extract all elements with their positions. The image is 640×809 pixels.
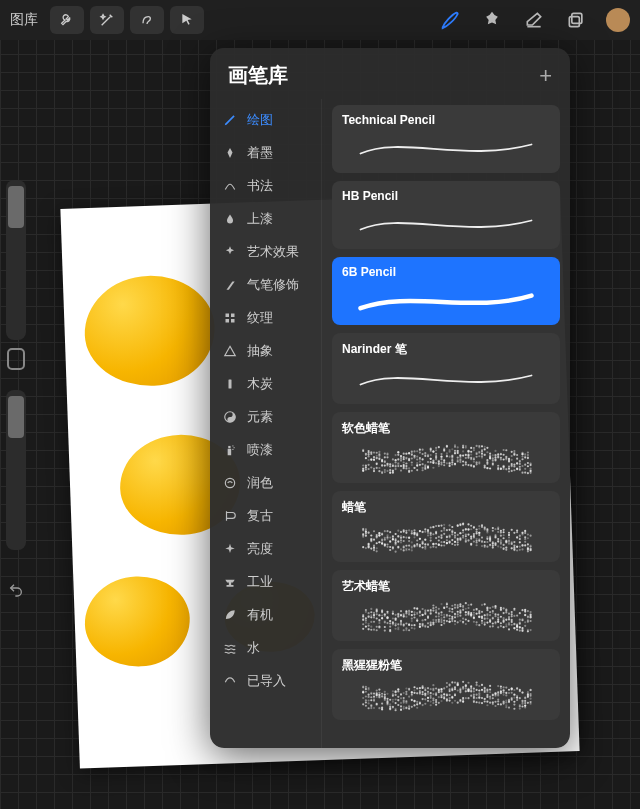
touchup-icon [222, 476, 238, 490]
category-item-triangle[interactable]: 抽象 [210, 334, 321, 367]
svg-point-621 [424, 539, 426, 541]
svg-point-1085 [435, 616, 437, 618]
brush-card[interactable]: 蜡笔 [332, 491, 560, 562]
svg-point-75 [384, 471, 386, 473]
svg-point-169 [422, 469, 424, 471]
undo-button[interactable] [6, 570, 26, 610]
svg-point-489 [373, 547, 375, 549]
svg-point-141 [411, 464, 413, 466]
color-picker-button[interactable] [606, 8, 630, 32]
svg-point-1266 [503, 620, 505, 622]
svg-point-892 [530, 548, 532, 550]
svg-point-1141 [457, 621, 459, 623]
svg-point-919 [370, 608, 372, 610]
category-item-spray[interactable]: 喷漆 [210, 433, 321, 466]
modifier-button[interactable] [7, 348, 25, 370]
svg-point-802 [494, 528, 496, 530]
category-item-yinyang[interactable]: 元素 [210, 400, 321, 433]
category-item-waves[interactable]: 水 [210, 631, 321, 664]
brush-card[interactable]: Narinder 笔 [332, 333, 560, 404]
category-item-leaf[interactable]: 有机 [210, 598, 321, 631]
category-item-anvil[interactable]: 工业 [210, 565, 321, 598]
svg-point-1363 [370, 704, 372, 706]
svg-point-633 [430, 539, 432, 541]
svg-point-394 [508, 468, 510, 470]
svg-point-954 [384, 629, 386, 631]
svg-point-775 [484, 541, 486, 543]
svg-point-1508 [427, 687, 429, 689]
category-item-charcoal[interactable]: 木炭 [210, 367, 321, 400]
brush-card[interactable]: 软色蜡笔 [332, 412, 560, 483]
svg-point-1031 [413, 628, 415, 630]
eraser-tool-button[interactable] [516, 2, 552, 38]
svg-point-383 [503, 466, 505, 468]
brush-card[interactable]: 6B Pencil [332, 257, 560, 325]
smudge-tool-button[interactable] [474, 2, 510, 38]
svg-point-803 [494, 534, 496, 536]
svg-point-171 [422, 458, 424, 460]
svg-point-205 [435, 453, 437, 455]
opacity-slider[interactable] [6, 390, 26, 550]
category-item-import[interactable]: 已导入 [210, 664, 321, 697]
category-item-airbrush[interactable]: 气笔修饰 [210, 268, 321, 301]
svg-point-1052 [422, 625, 424, 627]
category-item-drop[interactable]: 上漆 [210, 202, 321, 235]
svg-point-1642 [478, 685, 480, 687]
svg-point-1714 [505, 700, 507, 702]
gallery-button[interactable]: 图库 [10, 11, 44, 29]
svg-point-130 [405, 458, 407, 460]
brush-card[interactable]: 黑猩猩粉笔 [332, 649, 560, 720]
svg-point-89 [389, 465, 391, 467]
svg-point-377 [500, 468, 502, 470]
category-item-sparkle[interactable]: 亮度 [210, 532, 321, 565]
svg-point-277 [462, 445, 464, 447]
svg-point-1426 [395, 691, 397, 693]
category-item-texture[interactable]: 纹理 [210, 301, 321, 334]
category-item-pencil[interactable]: 绘图 [210, 103, 321, 136]
category-item-retro[interactable]: 复古 [210, 499, 321, 532]
svg-point-1501 [424, 698, 426, 700]
svg-point-1378 [376, 694, 378, 696]
brush-card[interactable]: Technical Pencil [332, 105, 560, 173]
brush-library-popover: 画笔库 + 绘图着墨书法上漆艺术效果气笔修饰纹理抽象木炭元素喷漆润色复古亮度工业… [210, 48, 570, 748]
svg-point-740 [470, 538, 472, 540]
brush-preview [342, 520, 550, 556]
brush-card[interactable]: HB Pencil [332, 181, 560, 249]
svg-point-45 [373, 470, 375, 472]
category-label: 元素 [247, 408, 273, 426]
brush-tool-button[interactable] [432, 2, 468, 38]
svg-point-1168 [465, 618, 467, 620]
svg-point-1433 [397, 690, 399, 692]
wrench-button[interactable] [50, 6, 84, 34]
svg-point-1529 [435, 704, 437, 706]
category-item-touchup[interactable]: 润色 [210, 466, 321, 499]
brush-card[interactable]: 艺术蜡笔 [332, 570, 560, 641]
brush-size-slider[interactable] [6, 180, 26, 340]
svg-point-1509 [427, 697, 429, 699]
layers-button[interactable] [558, 2, 594, 38]
brush-preview [342, 441, 550, 477]
selection-button[interactable] [130, 6, 164, 34]
svg-point-527 [389, 531, 391, 533]
svg-point-1252 [497, 613, 499, 615]
category-item-wand[interactable]: 艺术效果 [210, 235, 321, 268]
magic-wand-button[interactable] [90, 6, 124, 34]
svg-point-1055 [422, 614, 424, 616]
svg-point-408 [513, 450, 515, 452]
svg-point-1107 [443, 619, 445, 621]
svg-point-727 [465, 533, 467, 535]
svg-point-127 [405, 467, 407, 469]
svg-point-1601 [462, 686, 464, 688]
category-item-nib[interactable]: 着墨 [210, 136, 321, 169]
category-item-calligraphy[interactable]: 书法 [210, 169, 321, 202]
svg-point-1327 [527, 619, 529, 621]
svg-point-981 [395, 628, 397, 630]
svg-point-1459 [408, 689, 410, 691]
svg-point-1096 [438, 612, 440, 614]
cursor-button[interactable] [170, 6, 204, 34]
svg-point-830 [505, 549, 507, 551]
add-brush-button[interactable]: + [539, 63, 552, 89]
svg-point-431 [521, 472, 523, 474]
svg-point-202 [432, 467, 434, 469]
svg-point-1063 [424, 625, 426, 627]
